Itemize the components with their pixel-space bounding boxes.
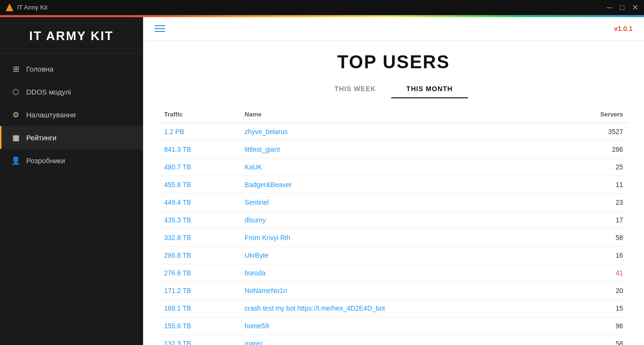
cell-traffic: 332.8 TB [158, 229, 239, 247]
cell-servers: 286 [557, 141, 629, 158]
ratings-icon: ▦ [11, 133, 21, 142]
cell-traffic: 132.3 TB [158, 335, 239, 345]
cell-traffic: 276.6 TB [158, 264, 239, 282]
cell-servers: 41 [557, 264, 629, 282]
title-bar-controls: ─ □ ✕ [607, 4, 638, 11]
sidebar: IT ARMY KIT ⊞ Головна ⬡ DDOS модулі ⚙ На… [0, 17, 143, 345]
page-title: TOP USERS [143, 41, 644, 76]
cell-name[interactable]: home59 [239, 317, 557, 335]
cell-name[interactable]: marec [239, 335, 557, 345]
cell-traffic: 168.1 TB [158, 300, 239, 317]
users-table: Traffic Name Servers 1.2 PBzhyve_belarus… [158, 106, 629, 345]
sidebar-item-ratings[interactable]: ▦ Рейтинги [0, 126, 143, 149]
col-traffic: Traffic [158, 106, 239, 123]
cell-name[interactable]: NoNameNo1n [239, 282, 557, 300]
table-wrapper: Traffic Name Servers 1.2 PBzhyve_belarus… [143, 106, 644, 345]
main-content: v1.0.1 TOP USERS THIS WEEK THIS MONTH Tr… [143, 17, 644, 345]
cell-servers: 15 [557, 300, 629, 317]
table-row: 1.2 PBzhyve_belarus3527 [158, 123, 629, 141]
table-row: 171.2 TBNoNameNo1n20 [158, 282, 629, 300]
cell-name[interactable]: From Krivyi Rih [239, 229, 557, 247]
cell-traffic: 480.7 TB [158, 158, 239, 176]
sidebar-item-ratings-label: Рейтинги [26, 134, 56, 142]
cell-servers: 16 [557, 247, 629, 264]
col-servers: Servers [557, 106, 629, 123]
settings-icon: ⚙ [11, 110, 21, 119]
cell-traffic: 841.3 TB [158, 141, 239, 158]
app-icon [6, 4, 13, 11]
cell-servers: 11 [557, 176, 629, 194]
cell-traffic: 286.8 TB [158, 247, 239, 264]
cell-name[interactable]: KaUK [239, 158, 557, 176]
table-row: 435.3 TBdlsumy17 [158, 211, 629, 229]
table-row: 480.7 TBKaUK25 [158, 158, 629, 176]
sidebar-item-home[interactable]: ⊞ Головна [0, 57, 143, 80]
app-layout: IT ARMY KIT ⊞ Головна ⬡ DDOS модулі ⚙ На… [0, 17, 644, 345]
minimize-button[interactable]: ─ [607, 4, 612, 11]
table-row: 841.3 TBlittlest_giant286 [158, 141, 629, 158]
sidebar-item-settings[interactable]: ⚙ Налаштування [0, 103, 143, 126]
title-bar: IT Army Kit ─ □ ✕ [0, 0, 644, 15]
maximize-button[interactable]: □ [620, 4, 624, 11]
cell-traffic: 435.3 TB [158, 211, 239, 229]
table-row: 155.6 TBhome5996 [158, 317, 629, 335]
table-row: 286.8 TBUkrByte16 [158, 247, 629, 264]
close-button[interactable]: ✕ [632, 4, 638, 11]
table-row: 449.4 TBSentinel23 [158, 194, 629, 211]
tab-this-month[interactable]: THIS MONTH [391, 80, 468, 98]
app-title: IT Army Kit [17, 4, 47, 11]
table-row: 132.3 TBmarec58 [158, 335, 629, 345]
ddos-icon: ⬡ [11, 87, 21, 96]
sidebar-item-developers[interactable]: 👤 Розробники [0, 149, 143, 172]
cell-servers: 58 [557, 335, 629, 345]
sidebar-title: IT ARMY KIT [0, 17, 143, 53]
cell-name[interactable]: dlsumy [239, 211, 557, 229]
cell-traffic: 171.2 TB [158, 282, 239, 300]
tab-this-week[interactable]: THIS WEEK [319, 80, 391, 98]
cell-traffic: 455.8 TB [158, 176, 239, 194]
developers-icon: 👤 [11, 156, 21, 165]
home-icon: ⊞ [11, 64, 21, 73]
sidebar-item-developers-label: Розробники [26, 157, 65, 165]
hamburger-line-1 [155, 25, 165, 26]
table-row: 276.6 TBboroda41 [158, 264, 629, 282]
table-row: 332.8 TBFrom Krivyi Rih58 [158, 229, 629, 247]
cell-servers: 96 [557, 317, 629, 335]
table-row: 168.1 TBcrash test my bot https://t.me/h… [158, 300, 629, 317]
cell-traffic: 155.6 TB [158, 317, 239, 335]
col-name: Name [239, 106, 557, 123]
cell-servers: 3527 [557, 123, 629, 141]
hamburger-line-2 [155, 28, 165, 29]
cell-name[interactable]: UkrByte [239, 247, 557, 264]
version-label: v1.0.1 [614, 25, 633, 32]
cell-servers: 23 [557, 194, 629, 211]
hamburger-button[interactable] [155, 25, 165, 32]
content-topbar: v1.0.1 [143, 17, 644, 41]
sidebar-item-ddos[interactable]: ⬡ DDOS модулі [0, 80, 143, 103]
cell-servers: 17 [557, 211, 629, 229]
cell-name[interactable]: crash test my bot https://t.me/hex_4D2E4… [239, 300, 557, 317]
sidebar-item-home-label: Головна [26, 65, 53, 73]
table-row: 455.8 TBBadger&Beaver11 [158, 176, 629, 194]
hamburger-line-3 [155, 31, 165, 32]
cell-servers: 25 [557, 158, 629, 176]
tabs: THIS WEEK THIS MONTH [143, 76, 644, 98]
cell-name[interactable]: Sentinel [239, 194, 557, 211]
title-bar-left: IT Army Kit [6, 4, 47, 11]
sidebar-item-settings-label: Налаштування [26, 111, 76, 119]
sidebar-nav: ⊞ Головна ⬡ DDOS модулі ⚙ Налаштування ▦… [0, 53, 143, 172]
cell-name[interactable]: Badger&Beaver [239, 176, 557, 194]
cell-traffic: 449.4 TB [158, 194, 239, 211]
cell-name[interactable]: littlest_giant [239, 141, 557, 158]
table-header-row: Traffic Name Servers [158, 106, 629, 123]
sidebar-item-ddos-label: DDOS модулі [26, 88, 71, 96]
cell-name[interactable]: zhyve_belarus [239, 123, 557, 141]
cell-name[interactable]: boroda [239, 264, 557, 282]
cell-servers: 58 [557, 229, 629, 247]
cell-traffic: 1.2 PB [158, 123, 239, 141]
cell-servers: 20 [557, 282, 629, 300]
